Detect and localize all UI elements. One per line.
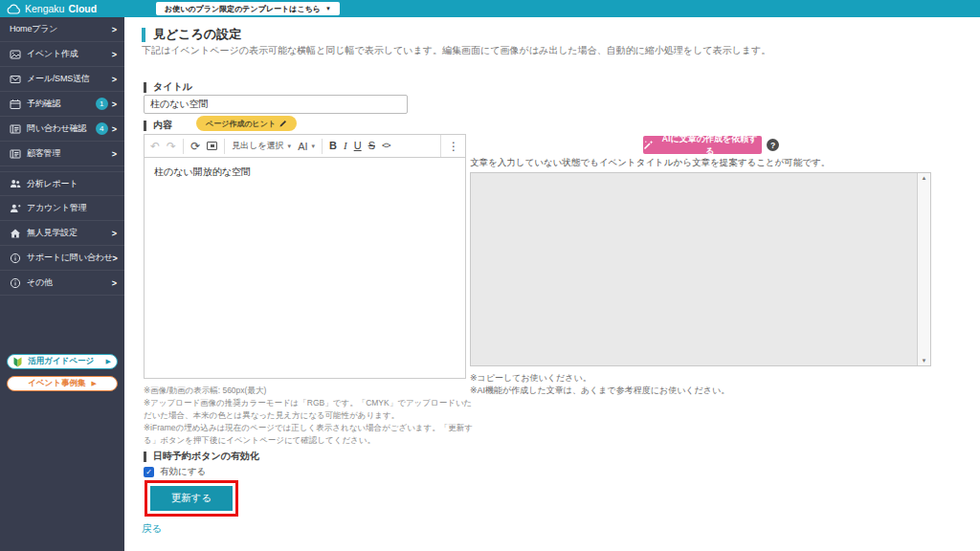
sidebar-item-inquiry-check[interactable]: 問い合わせ確認 4 > <box>0 117 124 142</box>
update-button[interactable]: 更新する <box>150 486 233 511</box>
play-arrow-icon: ▶ <box>91 380 96 387</box>
ai-request-button[interactable]: AIに文章の作成を依頼する <box>643 136 762 154</box>
info-icon <box>10 253 21 264</box>
scroll-down-icon[interactable]: ▼ <box>922 358 927 364</box>
sidebar-item-customer-management[interactable]: 顧客管理 > <box>0 142 124 166</box>
contact-card-icon <box>10 123 21 135</box>
sidebar-item-unmanned-tour-settings[interactable]: 無人見学設定 > <box>0 221 124 246</box>
strikethrough-button[interactable]: S <box>368 141 375 151</box>
note-line: ※アップロード画像の推奨カラーモードは「RGB」です。「CMYK」でアップロード… <box>144 397 475 422</box>
scroll-up-icon[interactable]: ▲ <box>922 175 927 181</box>
page-title: 見どころの設定 <box>142 26 241 43</box>
upload-notes: ※画像/動画の表示幅: 560px(最大) ※アップロード画像の推奨カラーモード… <box>144 385 475 447</box>
undo-icon[interactable]: ↶ <box>150 141 160 152</box>
code-button[interactable]: <> <box>382 142 390 150</box>
sidebar: Homeプラン > イベント作成 > メール/SMS送信 > 予約確認 1 > <box>0 17 124 551</box>
chevron-right-icon: > <box>112 50 117 59</box>
logo-text-bold: Cloud <box>68 3 97 14</box>
toolbar-divider <box>322 139 323 154</box>
chevron-down-icon: ▾ <box>312 143 316 150</box>
sidebar-item-analytics-report[interactable]: 分析レポート <box>0 171 124 196</box>
contact-card-icon <box>10 148 21 160</box>
editor-text: 柱のない開放的な空間 <box>154 166 251 177</box>
sidebar-item-mail-sms[interactable]: メール/SMS送信 > <box>0 67 124 92</box>
heading-select-dropdown[interactable]: 見出しを選択 ▾ <box>232 140 291 152</box>
title-input[interactable] <box>144 95 408 114</box>
redo-icon[interactable]: ↷ <box>167 141 176 152</box>
beginner-mark-icon <box>13 357 22 367</box>
pencil-icon <box>279 120 287 127</box>
ai-notes: ※コピーしてお使いください。 ※AI機能が作成した文章は、あくまで参考程度にお使… <box>470 372 729 397</box>
note-line: ※AI機能が作成した文章は、あくまで参考程度にお使いください。 <box>470 385 729 397</box>
top-bar: Kengaku Cloud お使いのプラン限定のテンプレートはこちら ▼ <box>0 0 980 17</box>
chevron-right-icon: > <box>112 124 117 134</box>
image-icon <box>10 49 21 60</box>
main-content: 見どころの設定 下記はイベントページの表示可能な横幅と同じ幅で表示しています。編… <box>124 17 980 551</box>
magic-wand-icon <box>643 140 654 150</box>
home-icon <box>10 228 21 239</box>
hint-badge-label: ページ作成のヒント <box>206 119 276 129</box>
person-plus-icon <box>10 203 21 214</box>
guide-page-label: 活用ガイドページ <box>28 356 94 367</box>
title-field-label: タイトル <box>144 80 192 94</box>
page-subtitle: 下記はイベントページの表示可能な横幅と同じ幅で表示しています。編集画面にて画像が… <box>142 44 770 57</box>
logo-text: Kengaku <box>25 3 64 14</box>
sidebar-item-event-create[interactable]: イベント作成 > <box>0 42 124 67</box>
sidebar-item-reservation-check[interactable]: 予約確認 1 > <box>0 92 124 117</box>
info-icon <box>10 277 21 289</box>
bold-button[interactable]: B <box>329 141 337 151</box>
mail-icon <box>10 74 21 85</box>
dropdown-arrow-icon: ▼ <box>325 6 331 11</box>
underline-button[interactable]: U <box>354 141 362 151</box>
help-icon[interactable]: ? <box>767 139 779 151</box>
chevron-right-icon: > <box>112 229 117 238</box>
title-accent-bar <box>142 28 145 42</box>
page-creation-hint-badge[interactable]: ページ作成のヒント <box>196 116 297 131</box>
sidebar-item-others[interactable]: その他 > <box>0 271 124 296</box>
ai-menu-dropdown[interactable]: AI ▾ <box>298 141 315 152</box>
enable-checkbox-row: ✓ 有効にする <box>144 466 206 478</box>
note-line: ※コピーしてお使いください。 <box>470 372 729 385</box>
plan-template-button[interactable]: お使いのプラン限定のテンプレートはこちら ▼ <box>156 2 340 15</box>
plan-template-label: お使いのプラン限定のテンプレートはこちら <box>165 4 321 14</box>
sidebar-item-account-management[interactable]: アカウント管理 <box>0 196 124 221</box>
editor-content-area[interactable]: 柱のない開放的な空間 <box>144 158 466 379</box>
app-logo[interactable]: Kengaku Cloud <box>0 3 97 14</box>
content-field-label: 内容 <box>144 119 172 132</box>
calendar-icon <box>10 99 21 110</box>
ai-output-textarea[interactable]: ▲ ▼ <box>470 172 931 366</box>
chevron-down-icon: ▾ <box>288 143 292 150</box>
embed-frame-icon[interactable] <box>207 142 217 150</box>
chevron-right-icon: > <box>112 75 117 84</box>
scrollbar[interactable]: ▲ ▼ <box>917 173 930 365</box>
cloud-logo-icon <box>7 4 21 14</box>
check-icon: ✓ <box>145 468 152 476</box>
annotation-highlight-box: 更新する <box>145 480 238 517</box>
chevron-right-icon: > <box>112 278 117 288</box>
booking-button-label: 日時予約ボタンの有効化 <box>144 450 259 463</box>
chevron-right-icon: > <box>112 253 117 263</box>
notification-badge: 4 <box>96 122 108 135</box>
event-case-button[interactable]: イベント事例集 ▶ <box>7 376 118 391</box>
ai-hint-text: 文章を入力していない状態でもイベントタイトルから文章を提案することが可能です。 <box>470 157 830 169</box>
more-options-icon[interactable]: ⋮ <box>448 141 459 152</box>
guide-page-button[interactable]: 活用ガイドページ ▶ <box>7 354 118 369</box>
restore-draft-icon[interactable]: ⟳ <box>190 141 200 152</box>
notification-badge: 1 <box>96 98 108 110</box>
people-icon <box>10 178 21 189</box>
back-link[interactable]: 戻る <box>142 522 162 536</box>
play-arrow-icon: ▶ <box>106 358 111 365</box>
chevron-right-icon: > <box>112 149 117 159</box>
event-case-label: イベント事例集 <box>28 378 85 389</box>
ai-request-label: AIに文章の作成を依頼する <box>657 133 762 158</box>
editor-toolbar: ↶ ↷ ⟳ 見出しを選択 ▾ AI ▾ B I U S <> <box>144 134 466 158</box>
sidebar-item-home-plan[interactable]: Homeプラン > <box>0 17 124 42</box>
rich-text-editor: ↶ ↷ ⟳ 見出しを選択 ▾ AI ▾ B I U S <> <box>144 134 466 379</box>
toolbar-divider <box>183 139 184 154</box>
note-line: ※画像/動画の表示幅: 560px(最大) <box>144 385 475 397</box>
sidebar-item-contact-support[interactable]: サポートに問い合わせ > <box>0 246 124 271</box>
chevron-right-icon: > <box>112 25 117 34</box>
note-line: ※iFrameの埋め込みは現在のページでは正しく表示されない場合がございます。「… <box>144 422 475 447</box>
enable-checkbox[interactable]: ✓ <box>144 467 154 477</box>
italic-button[interactable]: I <box>344 141 347 151</box>
